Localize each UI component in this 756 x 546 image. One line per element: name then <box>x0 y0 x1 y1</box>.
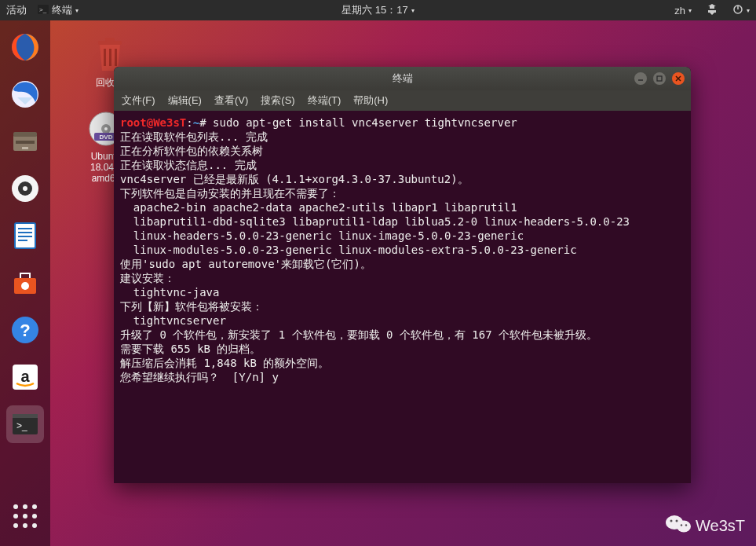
dock-help[interactable]: ? <box>6 311 44 349</box>
terminal-line: 解压缩后会消耗 1,848 kB 的额外空间。 <box>120 356 685 370</box>
menu-help[interactable]: 帮助(H) <box>353 93 388 108</box>
menu-file[interactable]: 文件(F) <box>122 93 155 108</box>
clock-text: 星期六 15：17 <box>341 3 408 17</box>
input-source[interactable]: zh ▾ <box>674 5 692 16</box>
menubar: 文件(F) 编辑(E) 查看(V) 搜索(S) 终端(T) 帮助(H) <box>114 90 691 111</box>
chevron-down-icon: ▾ <box>75 7 79 14</box>
watermark-text: We3sT <box>696 517 745 535</box>
terminal-line: linux-modules-5.0.0-23-generic linux-mod… <box>120 243 685 257</box>
show-applications[interactable] <box>6 497 44 535</box>
terminal-line: 下列【新】软件包将被安装： <box>120 299 685 313</box>
power-icon <box>732 4 743 17</box>
terminal-line: 建议安装： <box>120 271 685 285</box>
chevron-down-icon: ▾ <box>688 7 692 14</box>
svg-text:>_: >_ <box>39 6 47 13</box>
svg-rect-17 <box>18 240 27 241</box>
terminal-line: libaprutil1-dbd-sqlite3 libaprutil1-ldap… <box>120 214 685 229</box>
svg-point-35 <box>104 127 108 130</box>
terminal-line: 使用'sudo apt autoremove'来卸载它(它们)。 <box>120 257 685 271</box>
svg-rect-7 <box>13 132 37 137</box>
svg-rect-28 <box>105 38 115 42</box>
svg-point-47 <box>685 524 687 526</box>
svg-point-46 <box>681 524 682 526</box>
dock-rhythmbox[interactable] <box>6 170 44 207</box>
watermark: We3sT <box>666 514 745 538</box>
chevron-down-icon: ▾ <box>411 7 415 14</box>
titlebar[interactable]: 终端 <box>114 67 691 90</box>
svg-rect-8 <box>16 141 35 144</box>
svg-point-43 <box>677 521 691 533</box>
svg-text:a: a <box>20 368 30 385</box>
command-text: sudo apt-get install vnc4server tightvnc… <box>213 116 517 129</box>
terminal-line: 下列软件包是自动安装的并且现在不需要了： <box>120 186 685 200</box>
prompt-userhost: root@We3sT <box>120 116 186 129</box>
menu-view[interactable]: 查看(V) <box>214 93 248 108</box>
terminal-line: 正在读取软件包列表... 完成 <box>120 130 685 144</box>
svg-text:?: ? <box>20 321 30 340</box>
terminal-line: 您希望继续执行吗？ [Y/n] y <box>120 370 685 384</box>
svg-rect-30 <box>109 49 111 66</box>
chevron-down-icon: ▾ <box>747 7 750 14</box>
terminal-line: tightvnc-java <box>120 285 685 299</box>
dock-files[interactable] <box>6 123 44 160</box>
window-title: 终端 <box>393 71 413 86</box>
menu-terminal[interactable]: 终端(T) <box>308 93 341 108</box>
svg-point-19 <box>21 282 29 290</box>
minimize-button[interactable] <box>634 72 647 85</box>
network-indicator[interactable] <box>706 4 718 17</box>
terminal-body[interactable]: root@We3sT:~# sudo apt-get install vnc4s… <box>114 111 691 483</box>
dock-firefox[interactable] <box>6 28 44 66</box>
svg-rect-15 <box>18 232 32 233</box>
close-button[interactable] <box>672 72 685 85</box>
menu-edit[interactable]: 编辑(E) <box>168 93 202 108</box>
dock-amazon[interactable]: a <box>6 358 44 396</box>
dock: ? a >_ <box>0 20 50 546</box>
svg-point-44 <box>670 520 673 522</box>
svg-rect-16 <box>18 236 32 237</box>
terminal-line: 需要下载 655 kB 的归档。 <box>120 342 685 356</box>
svg-point-12 <box>23 186 27 191</box>
system-menu[interactable]: ▾ <box>732 4 750 17</box>
terminal-line: 正在分析软件包的依赖关系树 <box>120 144 685 158</box>
terminal-line: 正在读取状态信息... 完成 <box>120 158 685 172</box>
app-menu-label: 终端 <box>52 3 72 17</box>
dock-software[interactable] <box>6 264 44 302</box>
svg-rect-25 <box>13 414 38 418</box>
top-panel: 活动 >_ 终端 ▾ 星期六 15：17 ▾ zh ▾ <box>0 0 756 20</box>
clock[interactable]: 星期六 15：17 ▾ <box>341 3 415 17</box>
svg-rect-29 <box>104 49 106 66</box>
svg-rect-39 <box>657 76 662 81</box>
svg-rect-31 <box>115 49 117 66</box>
svg-rect-9 <box>22 147 28 149</box>
svg-point-45 <box>676 520 678 522</box>
svg-text:>_: >_ <box>16 420 27 431</box>
terminal-line: linux-headers-5.0.0-23-generic linux-ima… <box>120 229 685 243</box>
svg-text:DVD: DVD <box>100 134 113 141</box>
menu-search[interactable]: 搜索(S) <box>261 93 294 108</box>
dock-libreoffice-writer[interactable] <box>6 217 44 255</box>
terminal-line: apache2-bin apache2-data apache2-utils l… <box>120 200 685 214</box>
activities-label: 活动 <box>6 3 27 17</box>
terminal-small-icon: >_ <box>38 5 49 16</box>
activities-button[interactable]: 活动 <box>6 3 27 17</box>
dock-terminal[interactable]: >_ <box>6 405 44 443</box>
prompt-path: ~ <box>193 116 199 129</box>
network-icon <box>706 4 718 17</box>
svg-rect-14 <box>18 228 32 229</box>
dock-thunderbird[interactable] <box>6 75 44 113</box>
maximize-button[interactable] <box>653 72 666 85</box>
terminal-window: 终端 文件(F) 编辑(E) 查看(V) 搜索(S) 终端(T) 帮助(H) r… <box>114 67 691 483</box>
wechat-icon <box>666 514 691 538</box>
terminal-line: 升级了 0 个软件包，新安装了 1 个软件包，要卸载 0 个软件包，有 167 … <box>120 328 685 342</box>
app-menu[interactable]: >_ 终端 ▾ <box>38 3 79 17</box>
lang-label: zh <box>674 5 685 16</box>
terminal-line: vnc4server 已经是最新版 (4.1.1+xorg4.3.0-37.3u… <box>120 172 685 186</box>
terminal-line: tightvncserver <box>120 313 685 328</box>
